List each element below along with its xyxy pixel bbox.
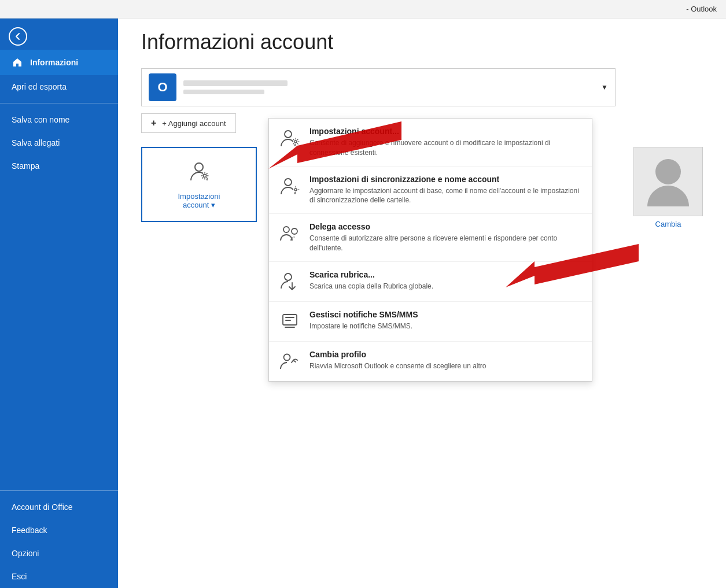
account-selector[interactable]: O ▼: [141, 68, 616, 106]
sidebar-divider-1: [0, 103, 118, 103]
svg-rect-14: [285, 317, 294, 318]
sidebar-item-salva-nome[interactable]: Salva con nome: [0, 108, 118, 131]
menu-item-content-2: Impostazioni di sincronizzazione e nome …: [309, 175, 583, 206]
dropdown-arrow-icon: ▼: [601, 83, 608, 91]
back-icon: [9, 27, 27, 46]
menu-item-content-1: Impostazioni account... Consente di aggi…: [309, 127, 583, 158]
settings-card-icon: [187, 160, 211, 187]
top-bar: - Outlook: [0, 0, 726, 19]
menu-item-title-1: Impostazioni account...: [309, 127, 583, 136]
sidebar-item-account-office[interactable]: Account di Office: [0, 495, 118, 519]
sidebar-item-apri-esporta[interactable]: Apri ed esporta: [0, 75, 118, 98]
sidebar-item-stampa[interactable]: Stampa: [0, 154, 118, 177]
menu-item-content-6: Cambia profilo Riavvia Microsoft Outlook…: [309, 350, 486, 371]
menu-item-title-6: Cambia profilo: [309, 350, 486, 359]
content-area: Informazioni account O ▼ + + Aggiungi ac…: [118, 19, 726, 588]
account-email: [183, 90, 264, 94]
menu-icon-profilo: [278, 350, 301, 373]
back-button[interactable]: [5, 23, 31, 50]
account-info: [183, 80, 601, 94]
svg-rect-15: [285, 320, 291, 321]
menu-item-title-4: Scarica rubrica...: [309, 270, 433, 279]
change-photo-link[interactable]: Cambia: [655, 220, 681, 228]
account-avatar: O: [149, 73, 176, 101]
menu-item-profilo[interactable]: Cambia profilo Riavvia Microsoft Outlook…: [269, 342, 592, 381]
svg-point-10: [283, 227, 289, 232]
menu-item-title-5: Gestisci notifiche SMS/MMS: [309, 310, 418, 319]
add-icon: +: [151, 118, 156, 128]
svg-point-0: [195, 163, 203, 171]
account-name: [183, 80, 288, 86]
menu-item-delega[interactable]: Delega accesso Consente di autorizzare a…: [269, 214, 592, 262]
menu-item-title-2: Impostazioni di sincronizzazione e nome …: [309, 175, 583, 184]
menu-item-desc-6: Riavvia Microsoft Outlook e consente di …: [309, 361, 486, 371]
menu-item-desc-1: Consente di aggiungere e rimuovere accou…: [309, 138, 583, 158]
svg-point-16: [284, 354, 290, 360]
main-layout: Informazioni Apri ed esporta Salva con n…: [0, 19, 726, 588]
svg-point-4: [285, 131, 292, 138]
sidebar-item-informazioni[interactable]: Informazioni: [0, 50, 118, 75]
top-bar-title: - Outlook: [686, 5, 717, 13]
svg-point-11: [292, 228, 297, 234]
menu-icon-sms: [278, 310, 301, 333]
svg-point-7: [285, 179, 292, 186]
menu-item-sms[interactable]: Gestisci notifiche SMS/MMS Impostare le …: [269, 302, 592, 342]
menu-icon-sincronizzazione: [278, 175, 301, 198]
dropdown-menu: Impostazioni account... Consente di aggi…: [268, 118, 592, 382]
profile-pic-box: [633, 147, 703, 216]
settings-card[interactable]: Impostazioni account ▾: [141, 147, 257, 222]
svg-point-3: [655, 159, 681, 184]
menu-item-content-4: Scarica rubrica... Scarica una copia del…: [309, 270, 433, 291]
profile-pic-area: Cambia: [633, 147, 703, 228]
menu-item-content-5: Gestisci notifiche SMS/MMS Impostare le …: [309, 310, 418, 331]
add-account-button[interactable]: + + Aggiungi account: [141, 113, 236, 133]
menu-item-title-3: Delega accesso: [309, 222, 583, 231]
menu-item-rubrica[interactable]: Scarica rubrica... Scarica una copia del…: [269, 262, 592, 302]
sidebar-item-opzioni[interactable]: Opzioni: [0, 542, 118, 565]
sidebar-bottom: Account di Office Feedback Opzioni Esci: [0, 486, 118, 588]
menu-item-desc-4: Scarica una copia della Rubrica globale.: [309, 282, 433, 291]
menu-item-sincronizzazione[interactable]: Impostazioni di sincronizzazione e nome …: [269, 167, 592, 215]
sidebar-item-esci[interactable]: Esci: [0, 565, 118, 588]
menu-item-desc-3: Consente di autorizzare altre persone a …: [309, 234, 583, 253]
menu-item-desc-2: Aggiornare le impostazioni account di ba…: [309, 186, 583, 206]
settings-card-label: Impostazioni account ▾: [178, 192, 220, 209]
menu-item-content-3: Delega accesso Consente di autorizzare a…: [309, 222, 583, 253]
menu-item-desc-5: Impostare le notifiche SMS/MMS.: [309, 321, 418, 331]
home-icon: [12, 57, 23, 68]
sidebar: Informazioni Apri ed esporta Salva con n…: [0, 19, 118, 588]
menu-icon-rubrica: [278, 270, 301, 293]
svg-point-12: [285, 273, 292, 280]
person-silhouette: [645, 156, 691, 208]
page-title: Informazioni account: [141, 30, 703, 54]
sidebar-item-salva-allegati[interactable]: Salva allegati: [0, 131, 118, 154]
menu-icon-delega: [278, 222, 301, 245]
menu-icon-impostazioni: [278, 127, 301, 150]
menu-item-impostazioni-account[interactable]: Impostazioni account... Consente di aggi…: [269, 119, 592, 167]
sidebar-item-feedback[interactable]: Feedback: [0, 519, 118, 542]
sidebar-divider-2: [0, 490, 118, 491]
